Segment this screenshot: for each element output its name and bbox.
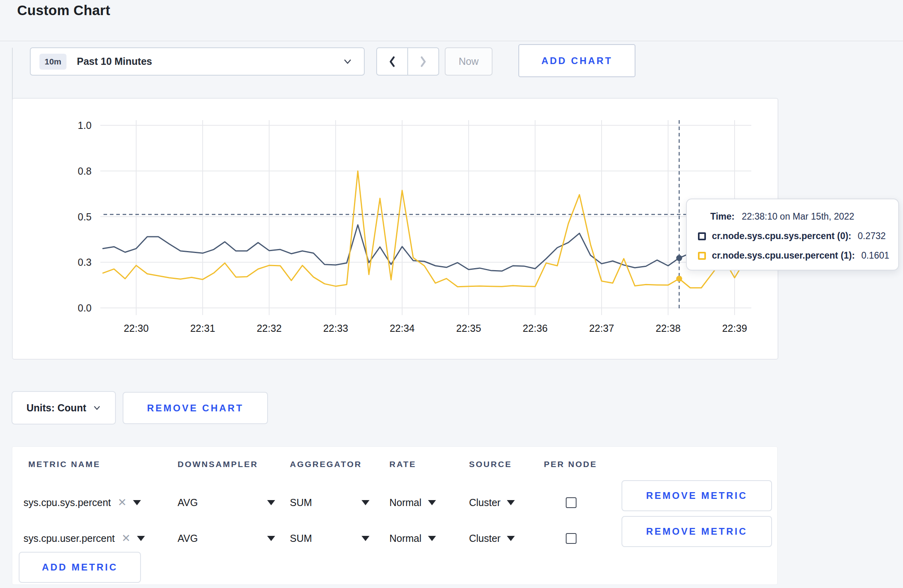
col-header-downsampler: DOWNSAMPLER: [178, 459, 258, 469]
col-header-aggregator: AGGREGATOR: [290, 459, 362, 469]
clear-metric-icon[interactable]: ✕: [118, 496, 127, 509]
source-select[interactable]: Cluster: [469, 522, 515, 554]
time-range-label: Past 10 Minutes: [77, 56, 343, 67]
caret-down-icon: [428, 536, 436, 541]
y-axis-tick-label: 0.8: [78, 165, 92, 177]
x-axis-tick-label: 22:38: [656, 323, 681, 334]
chevron-right-icon: [418, 55, 428, 68]
hover-marker-1: [676, 276, 682, 282]
tooltip-series-user-label: cr.node.sys.cpu.user.percent (1):: [712, 250, 855, 261]
chevron-down-icon: [343, 57, 352, 66]
col-header-per-node: PER NODE: [544, 459, 597, 469]
time-range-select[interactable]: 10m Past 10 Minutes: [30, 47, 365, 76]
caret-down-icon: [133, 500, 141, 505]
x-axis-tick-label: 22:39: [722, 323, 747, 334]
tooltip-time-label: Time:: [710, 211, 735, 222]
x-axis-tick-label: 22:35: [456, 323, 481, 334]
remove-chart-button[interactable]: REMOVE CHART: [123, 392, 268, 424]
caret-down-icon: [507, 500, 515, 505]
tooltip-time-value: 22:38:10 on Mar 15th, 2022: [742, 211, 854, 222]
rate-select[interactable]: Normal: [389, 522, 436, 554]
series-user-legend-swatch: [698, 252, 706, 260]
clear-metric-icon[interactable]: ✕: [121, 532, 131, 545]
page-title: Custom Chart: [17, 2, 110, 18]
rate-value: Normal: [389, 533, 422, 544]
aggregator-select[interactable]: SUM: [290, 522, 369, 554]
series-sys-legend-swatch: [698, 232, 706, 240]
remove-metric-button[interactable]: REMOVE METRIC: [622, 480, 772, 511]
x-axis-tick-label: 22:33: [323, 323, 348, 334]
remove-metric-button[interactable]: REMOVE METRIC: [622, 516, 772, 547]
per-node-cell: [566, 487, 577, 518]
metric-name-select[interactable]: sys.cpu.user.percent ✕: [23, 522, 145, 554]
x-axis-tick-label: 22:36: [523, 323, 548, 334]
caret-down-icon: [428, 500, 436, 505]
metrics-table: METRIC NAME DOWNSAMPLER AGGREGATOR RATE …: [12, 446, 778, 585]
source-value: Cluster: [469, 533, 500, 544]
caret-down-icon: [362, 500, 369, 505]
time-range-badge: 10m: [39, 54, 66, 70]
series-line-1: [103, 171, 746, 288]
x-axis-tick-label: 22:37: [589, 323, 614, 334]
per-node-checkbox[interactable]: [566, 533, 577, 544]
caret-down-icon: [362, 536, 369, 541]
per-node-cell: [566, 522, 577, 554]
chart-hover-tooltip: Time: 22:38:10 on Mar 15th, 2022 cr.node…: [686, 199, 899, 271]
header-divider: [0, 41, 903, 41]
tooltip-series-sys-label: cr.node.sys.cpu.sys.percent (0):: [712, 231, 851, 241]
downsampler-value: AVG: [178, 533, 198, 544]
col-header-rate: RATE: [389, 459, 416, 469]
source-value: Cluster: [469, 497, 500, 508]
chevron-down-icon: [93, 404, 101, 412]
aggregator-select[interactable]: SUM: [290, 487, 369, 518]
metric-name-select[interactable]: sys.cpu.sys.percent ✕: [23, 487, 141, 518]
x-axis-tick-label: 22:30: [124, 323, 149, 334]
y-axis-tick-label: 0.0: [78, 302, 92, 313]
prev-range-button[interactable]: [377, 48, 407, 75]
now-button[interactable]: Now: [445, 47, 493, 76]
aggregator-value: SUM: [290, 533, 312, 544]
rate-value: Normal: [389, 497, 422, 508]
col-header-source: SOURCE: [469, 459, 512, 469]
rate-select[interactable]: Normal: [389, 487, 436, 518]
tooltip-series-sys-value: 0.2732: [858, 231, 885, 241]
add-chart-button[interactable]: ADD CHART: [518, 44, 635, 77]
downsampler-value: AVG: [178, 497, 198, 508]
x-axis-tick-label: 22:34: [390, 323, 415, 334]
aggregator-value: SUM: [290, 497, 312, 508]
caret-down-icon: [507, 536, 515, 541]
add-metric-button[interactable]: ADD METRIC: [19, 552, 141, 583]
units-select[interactable]: Units: Count: [12, 391, 116, 424]
y-axis-tick-label: 0.3: [78, 257, 92, 268]
series-line-0: [103, 225, 746, 271]
x-axis-tick-label: 22:31: [190, 323, 215, 334]
source-select[interactable]: Cluster: [469, 487, 515, 518]
col-header-metric-name: METRIC NAME: [28, 459, 100, 469]
y-axis-tick-label: 0.5: [78, 211, 92, 222]
tooltip-series-user-value: 0.1601: [861, 250, 889, 261]
metric-name-value: sys.cpu.sys.percent: [23, 497, 111, 508]
next-range-button[interactable]: [407, 48, 438, 75]
downsampler-select[interactable]: AVG: [178, 487, 275, 518]
chevron-left-icon: [387, 55, 397, 68]
metric-name-value: sys.cpu.user.percent: [23, 533, 115, 544]
downsampler-select[interactable]: AVG: [178, 522, 275, 554]
time-pager: [376, 47, 439, 76]
y-axis-tick-label: 1.0: [78, 120, 92, 131]
caret-down-icon: [267, 536, 275, 541]
units-label: Units: Count: [27, 402, 86, 414]
caret-down-icon: [267, 500, 275, 505]
hover-marker-0: [676, 255, 682, 261]
caret-down-icon: [137, 536, 145, 541]
chart-card: 0.00.30.50.81.022:3022:3122:3222:3322:34…: [12, 98, 778, 360]
timeseries-chart[interactable]: 0.00.30.50.81.022:3022:3122:3222:3322:34…: [13, 99, 779, 360]
custom-chart-page: { "page": { "title": "Custom Chart" }, "…: [0, 0, 903, 588]
x-axis-tick-label: 22:32: [257, 323, 282, 334]
per-node-checkbox[interactable]: [566, 497, 577, 508]
